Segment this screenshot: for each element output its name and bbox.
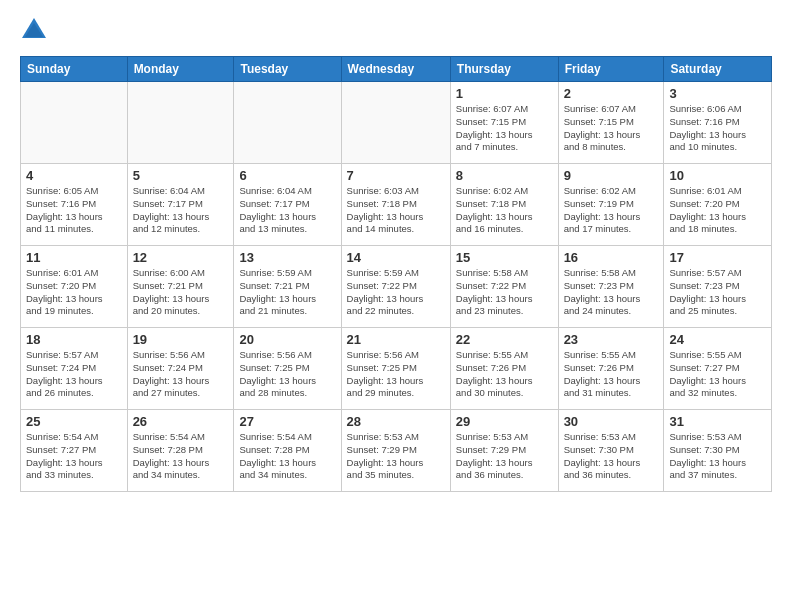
day-info: Sunrise: 5:54 AM Sunset: 7:27 PM Dayligh… xyxy=(26,431,122,482)
day-info: Sunrise: 6:05 AM Sunset: 7:16 PM Dayligh… xyxy=(26,185,122,236)
day-info: Sunrise: 6:02 AM Sunset: 7:18 PM Dayligh… xyxy=(456,185,553,236)
calendar-cell: 11Sunrise: 6:01 AM Sunset: 7:20 PM Dayli… xyxy=(21,246,128,328)
weekday-header-tuesday: Tuesday xyxy=(234,57,341,82)
day-number: 27 xyxy=(239,414,335,429)
calendar-cell xyxy=(234,82,341,164)
day-info: Sunrise: 6:07 AM Sunset: 7:15 PM Dayligh… xyxy=(564,103,659,154)
calendar-cell: 24Sunrise: 5:55 AM Sunset: 7:27 PM Dayli… xyxy=(664,328,772,410)
day-number: 8 xyxy=(456,168,553,183)
day-info: Sunrise: 6:01 AM Sunset: 7:20 PM Dayligh… xyxy=(26,267,122,318)
day-info: Sunrise: 5:59 AM Sunset: 7:22 PM Dayligh… xyxy=(347,267,445,318)
day-number: 24 xyxy=(669,332,766,347)
weekday-header-wednesday: Wednesday xyxy=(341,57,450,82)
calendar-cell: 1Sunrise: 6:07 AM Sunset: 7:15 PM Daylig… xyxy=(450,82,558,164)
day-number: 25 xyxy=(26,414,122,429)
day-info: Sunrise: 5:59 AM Sunset: 7:21 PM Dayligh… xyxy=(239,267,335,318)
day-number: 18 xyxy=(26,332,122,347)
calendar-cell: 27Sunrise: 5:54 AM Sunset: 7:28 PM Dayli… xyxy=(234,410,341,492)
day-info: Sunrise: 5:56 AM Sunset: 7:25 PM Dayligh… xyxy=(239,349,335,400)
day-number: 2 xyxy=(564,86,659,101)
calendar-cell: 5Sunrise: 6:04 AM Sunset: 7:17 PM Daylig… xyxy=(127,164,234,246)
calendar-cell: 18Sunrise: 5:57 AM Sunset: 7:24 PM Dayli… xyxy=(21,328,128,410)
week-row-1: 1Sunrise: 6:07 AM Sunset: 7:15 PM Daylig… xyxy=(21,82,772,164)
day-info: Sunrise: 6:00 AM Sunset: 7:21 PM Dayligh… xyxy=(133,267,229,318)
week-row-5: 25Sunrise: 5:54 AM Sunset: 7:27 PM Dayli… xyxy=(21,410,772,492)
day-info: Sunrise: 5:57 AM Sunset: 7:24 PM Dayligh… xyxy=(26,349,122,400)
day-number: 6 xyxy=(239,168,335,183)
week-row-2: 4Sunrise: 6:05 AM Sunset: 7:16 PM Daylig… xyxy=(21,164,772,246)
day-info: Sunrise: 6:01 AM Sunset: 7:20 PM Dayligh… xyxy=(669,185,766,236)
calendar-cell: 17Sunrise: 5:57 AM Sunset: 7:23 PM Dayli… xyxy=(664,246,772,328)
weekday-header-saturday: Saturday xyxy=(664,57,772,82)
day-number: 14 xyxy=(347,250,445,265)
day-number: 23 xyxy=(564,332,659,347)
day-info: Sunrise: 5:58 AM Sunset: 7:23 PM Dayligh… xyxy=(564,267,659,318)
page: SundayMondayTuesdayWednesdayThursdayFrid… xyxy=(0,0,792,612)
calendar-cell xyxy=(127,82,234,164)
calendar-cell: 7Sunrise: 6:03 AM Sunset: 7:18 PM Daylig… xyxy=(341,164,450,246)
day-number: 19 xyxy=(133,332,229,347)
logo-icon xyxy=(20,16,48,44)
calendar-cell: 25Sunrise: 5:54 AM Sunset: 7:27 PM Dayli… xyxy=(21,410,128,492)
day-number: 9 xyxy=(564,168,659,183)
day-info: Sunrise: 5:53 AM Sunset: 7:30 PM Dayligh… xyxy=(669,431,766,482)
day-number: 7 xyxy=(347,168,445,183)
day-info: Sunrise: 6:06 AM Sunset: 7:16 PM Dayligh… xyxy=(669,103,766,154)
weekday-header-sunday: Sunday xyxy=(21,57,128,82)
day-number: 29 xyxy=(456,414,553,429)
calendar-cell: 12Sunrise: 6:00 AM Sunset: 7:21 PM Dayli… xyxy=(127,246,234,328)
day-number: 22 xyxy=(456,332,553,347)
calendar-cell: 6Sunrise: 6:04 AM Sunset: 7:17 PM Daylig… xyxy=(234,164,341,246)
calendar-cell: 19Sunrise: 5:56 AM Sunset: 7:24 PM Dayli… xyxy=(127,328,234,410)
calendar-cell: 20Sunrise: 5:56 AM Sunset: 7:25 PM Dayli… xyxy=(234,328,341,410)
calendar-cell: 31Sunrise: 5:53 AM Sunset: 7:30 PM Dayli… xyxy=(664,410,772,492)
day-number: 12 xyxy=(133,250,229,265)
calendar-cell: 10Sunrise: 6:01 AM Sunset: 7:20 PM Dayli… xyxy=(664,164,772,246)
day-info: Sunrise: 5:54 AM Sunset: 7:28 PM Dayligh… xyxy=(239,431,335,482)
day-number: 17 xyxy=(669,250,766,265)
calendar-cell: 2Sunrise: 6:07 AM Sunset: 7:15 PM Daylig… xyxy=(558,82,664,164)
day-number: 4 xyxy=(26,168,122,183)
logo xyxy=(20,16,52,44)
day-number: 11 xyxy=(26,250,122,265)
calendar-cell: 16Sunrise: 5:58 AM Sunset: 7:23 PM Dayli… xyxy=(558,246,664,328)
day-number: 1 xyxy=(456,86,553,101)
day-info: Sunrise: 5:53 AM Sunset: 7:29 PM Dayligh… xyxy=(456,431,553,482)
calendar-cell: 8Sunrise: 6:02 AM Sunset: 7:18 PM Daylig… xyxy=(450,164,558,246)
day-number: 16 xyxy=(564,250,659,265)
header xyxy=(20,16,772,44)
calendar-cell: 30Sunrise: 5:53 AM Sunset: 7:30 PM Dayli… xyxy=(558,410,664,492)
calendar-cell xyxy=(341,82,450,164)
day-number: 10 xyxy=(669,168,766,183)
day-info: Sunrise: 5:55 AM Sunset: 7:27 PM Dayligh… xyxy=(669,349,766,400)
calendar-cell: 3Sunrise: 6:06 AM Sunset: 7:16 PM Daylig… xyxy=(664,82,772,164)
day-info: Sunrise: 6:04 AM Sunset: 7:17 PM Dayligh… xyxy=(133,185,229,236)
day-info: Sunrise: 5:55 AM Sunset: 7:26 PM Dayligh… xyxy=(456,349,553,400)
week-row-4: 18Sunrise: 5:57 AM Sunset: 7:24 PM Dayli… xyxy=(21,328,772,410)
week-row-3: 11Sunrise: 6:01 AM Sunset: 7:20 PM Dayli… xyxy=(21,246,772,328)
day-info: Sunrise: 6:03 AM Sunset: 7:18 PM Dayligh… xyxy=(347,185,445,236)
day-info: Sunrise: 5:54 AM Sunset: 7:28 PM Dayligh… xyxy=(133,431,229,482)
day-info: Sunrise: 5:53 AM Sunset: 7:29 PM Dayligh… xyxy=(347,431,445,482)
calendar-cell xyxy=(21,82,128,164)
weekday-header-monday: Monday xyxy=(127,57,234,82)
calendar-cell: 13Sunrise: 5:59 AM Sunset: 7:21 PM Dayli… xyxy=(234,246,341,328)
day-number: 30 xyxy=(564,414,659,429)
day-info: Sunrise: 5:56 AM Sunset: 7:24 PM Dayligh… xyxy=(133,349,229,400)
day-info: Sunrise: 5:55 AM Sunset: 7:26 PM Dayligh… xyxy=(564,349,659,400)
day-number: 28 xyxy=(347,414,445,429)
weekday-header-friday: Friday xyxy=(558,57,664,82)
day-info: Sunrise: 5:53 AM Sunset: 7:30 PM Dayligh… xyxy=(564,431,659,482)
day-info: Sunrise: 5:56 AM Sunset: 7:25 PM Dayligh… xyxy=(347,349,445,400)
day-info: Sunrise: 6:07 AM Sunset: 7:15 PM Dayligh… xyxy=(456,103,553,154)
day-number: 21 xyxy=(347,332,445,347)
day-number: 26 xyxy=(133,414,229,429)
calendar-cell: 14Sunrise: 5:59 AM Sunset: 7:22 PM Dayli… xyxy=(341,246,450,328)
calendar-cell: 23Sunrise: 5:55 AM Sunset: 7:26 PM Dayli… xyxy=(558,328,664,410)
weekday-header-row: SundayMondayTuesdayWednesdayThursdayFrid… xyxy=(21,57,772,82)
day-number: 13 xyxy=(239,250,335,265)
day-number: 31 xyxy=(669,414,766,429)
calendar-cell: 15Sunrise: 5:58 AM Sunset: 7:22 PM Dayli… xyxy=(450,246,558,328)
day-info: Sunrise: 5:57 AM Sunset: 7:23 PM Dayligh… xyxy=(669,267,766,318)
day-number: 3 xyxy=(669,86,766,101)
